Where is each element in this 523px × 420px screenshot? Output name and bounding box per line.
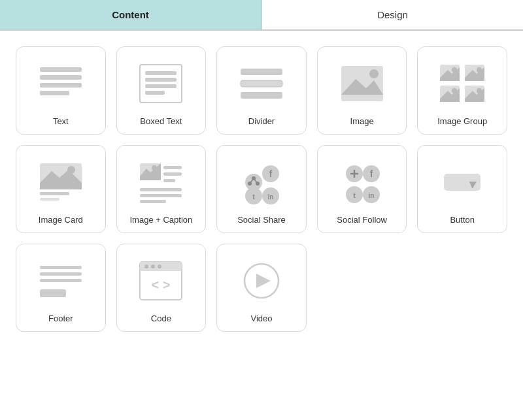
card-footer-label: Footer [48,314,73,323]
tab-design[interactable]: Design [262,0,523,29]
card-code-label: Code [151,314,171,323]
button-icon [430,156,495,208]
card-boxed-text-label: Boxed Text [140,116,182,126]
card-video-label: Video [250,314,272,323]
footer-icon [28,255,93,307]
boxed-text-icon [128,57,194,110]
card-image-group[interactable]: Image Group [417,46,507,135]
svg-rect-40 [140,200,166,203]
card-image-group-label: Image Group [437,116,487,126]
svg-rect-3 [40,91,69,95]
card-image-caption[interactable]: Image + Caption [116,145,207,233]
tab-content[interactable]: Content [0,0,261,29]
card-image-card-label: Image Card [39,215,83,225]
svg-rect-36 [163,172,182,176]
card-text-label: Text [53,116,69,126]
image-icon [329,57,395,110]
svg-rect-66 [40,272,82,276]
svg-rect-38 [140,188,182,191]
svg-rect-2 [40,83,82,88]
svg-point-20 [477,67,482,73]
card-video[interactable]: Video [216,244,307,332]
svg-rect-31 [40,198,59,201]
svg-point-26 [477,88,482,93]
svg-point-34 [152,165,157,170]
svg-point-17 [452,67,457,73]
svg-rect-68 [40,289,66,297]
video-icon [229,255,294,307]
card-divider[interactable]: Divider [216,46,307,135]
svg-rect-10 [241,80,282,87]
svg-rect-5 [145,71,177,75]
card-code[interactable]: < > Code [116,244,207,332]
svg-rect-37 [163,179,175,182]
svg-rect-67 [40,279,82,282]
svg-marker-76 [256,274,271,288]
card-social-share-label: Social Share [237,215,286,225]
svg-rect-1 [40,75,82,80]
tabs-bar: Content Design [0,0,523,31]
card-image-card[interactable]: Image Card [16,145,106,233]
image-caption-icon [128,156,194,208]
svg-text:in: in [368,192,374,199]
card-button[interactable]: Button [417,145,507,233]
svg-rect-35 [163,166,182,169]
card-social-follow-label: Social Follow [337,215,387,225]
svg-text:f: f [269,169,273,179]
card-divider-label: Divider [248,116,275,126]
card-image-label: Image [350,116,374,126]
svg-text:t: t [353,191,356,199]
svg-rect-9 [241,69,282,75]
svg-rect-39 [140,194,182,197]
svg-point-72 [151,265,155,268]
card-social-follow[interactable]: f t in Social Follow [317,145,407,233]
card-button-label: Button [450,215,475,225]
svg-point-14 [369,69,379,78]
image-card-icon [28,156,93,208]
divider-icon [229,57,294,110]
svg-text:f: f [369,169,373,179]
svg-rect-65 [40,266,82,269]
social-share-icon: f t in [229,156,294,208]
svg-rect-11 [241,92,282,99]
card-boxed-text[interactable]: Boxed Text [116,46,207,135]
svg-point-23 [452,88,457,93]
svg-point-73 [158,265,161,268]
svg-text:< >: < > [152,278,171,292]
svg-point-71 [144,265,148,268]
text-icon [28,57,93,110]
content-grid: Text Boxed Text Divider [0,31,523,347]
svg-rect-8 [145,91,165,95]
svg-rect-30 [40,192,69,195]
svg-rect-6 [145,78,177,82]
svg-text:t: t [252,193,255,201]
card-text[interactable]: Text [16,46,106,135]
svg-rect-7 [145,84,177,88]
card-footer[interactable]: Footer [16,244,106,332]
svg-point-29 [67,166,75,174]
image-group-icon [430,57,495,110]
svg-text:in: in [268,193,274,201]
card-social-share[interactable]: f t in Social Share [216,145,307,233]
svg-rect-4 [140,65,182,103]
social-follow-icon: f t in [329,156,395,208]
code-icon: < > [128,255,194,307]
svg-rect-0 [40,67,82,72]
card-image-caption-label: Image + Caption [130,215,193,225]
card-image[interactable]: Image [317,46,407,135]
